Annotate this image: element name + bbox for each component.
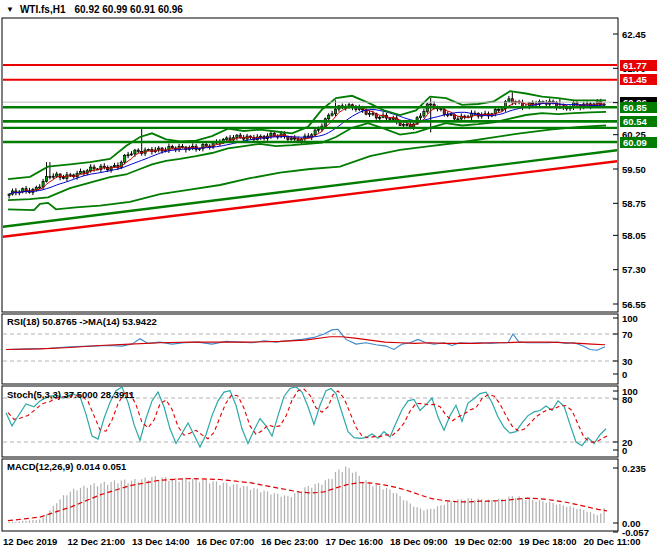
price-axis[interactable] xyxy=(618,18,660,531)
price-badge-60.85: 60.85 xyxy=(620,102,657,113)
time-axis[interactable] xyxy=(2,532,618,552)
price-badge-60.09: 60.09 xyxy=(620,137,657,148)
rsi-indicator-label: RSI(18) 50.8765 ->MA(14) 53.9422 xyxy=(7,316,157,327)
price-badge-60.54: 60.54 xyxy=(620,116,657,127)
price-chart-pane[interactable] xyxy=(2,18,618,312)
macd-indicator-label: MACD(12,26,9) 0.014 0.051 xyxy=(7,461,126,472)
symbol-timeframe-label: WTI.fs,H1 xyxy=(20,4,66,15)
price-badge-61.45: 61.45 xyxy=(620,74,657,85)
chart-title: ▼ WTI.fs,H1 60.92 60.99 60.91 60.96 xyxy=(6,4,183,15)
ohlc-quote-label: 60.92 60.99 60.91 60.96 xyxy=(74,4,182,15)
stoch-indicator-label: Stoch(5,3,3) 37.5000 28.3911 xyxy=(7,389,134,400)
price-badge-61.77: 61.77 xyxy=(620,60,657,71)
trading-chart-window: ▼ WTI.fs,H1 60.92 60.99 60.91 60.96 RSI(… xyxy=(0,0,660,560)
collapse-triangle-icon[interactable]: ▼ xyxy=(6,5,14,15)
